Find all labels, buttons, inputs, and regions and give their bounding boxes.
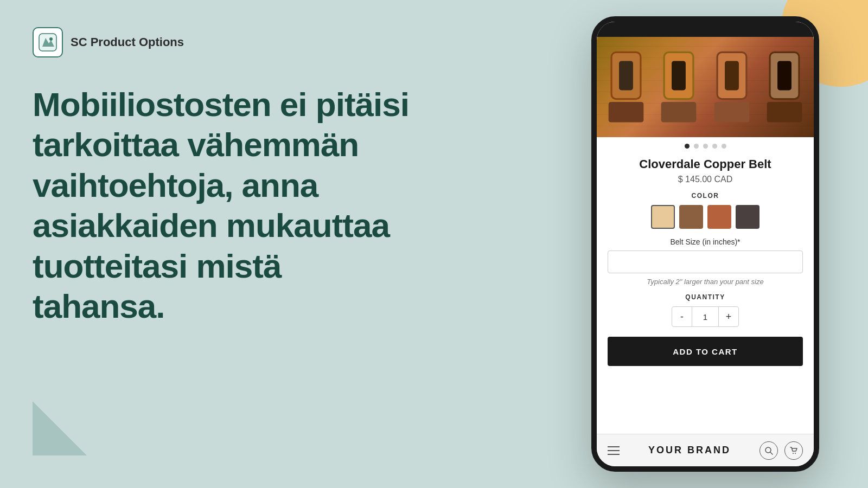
svg-rect-13: [767, 101, 802, 122]
svg-line-15: [770, 452, 773, 454]
quantity-controls: - 1 +: [608, 306, 803, 327]
phone-content: Cloverdale Copper Belt $ 145.00 CAD COLO…: [597, 37, 814, 434]
buckle-3: [713, 49, 750, 125]
buckle-2: [660, 49, 697, 125]
quantity-label: QUANTITY: [608, 293, 803, 301]
belt-size-input[interactable]: [608, 251, 803, 273]
search-icon-button[interactable]: [760, 441, 778, 460]
dot-2[interactable]: [694, 144, 699, 149]
brand-name: YOUR BRAND: [648, 445, 731, 456]
dot-4[interactable]: [712, 144, 717, 149]
svg-rect-6: [672, 61, 686, 90]
carousel-dots: [597, 137, 814, 153]
phone-bottom-bar: YOUR BRAND: [597, 434, 814, 466]
swatch-cream[interactable]: [651, 205, 675, 229]
color-label: COLOR: [608, 192, 803, 200]
svg-rect-9: [725, 61, 739, 90]
notch-cutout: [673, 22, 738, 34]
left-panel: SC Product Options Mobiiliostosten ei pi…: [33, 27, 412, 326]
svg-rect-4: [608, 101, 643, 122]
swatch-copper[interactable]: [707, 205, 731, 229]
dot-5[interactable]: [722, 144, 726, 149]
belt-size-label: Belt Size (in inches)*: [608, 237, 803, 246]
ham-line-1: [608, 446, 620, 447]
buckle-4: [766, 49, 803, 125]
logo-text: SC Product Options: [71, 35, 184, 49]
product-price: $ 145.00 CAD: [608, 175, 803, 184]
phone-frame: Cloverdale Copper Belt $ 145.00 CAD COLO…: [591, 16, 819, 472]
swatch-tan[interactable]: [679, 205, 703, 229]
add-to-cart-button[interactable]: ADD TO CART: [608, 337, 803, 366]
svg-point-17: [795, 453, 796, 454]
hamburger-icon[interactable]: [608, 446, 620, 455]
dot-3[interactable]: [703, 144, 708, 149]
quantity-value: 1: [692, 306, 718, 327]
svg-point-16: [793, 453, 794, 454]
cart-icon-button[interactable]: [784, 441, 803, 460]
quantity-increase-button[interactable]: +: [718, 306, 739, 327]
phone-wrapper: Cloverdale Copper Belt $ 145.00 CAD COLO…: [586, 16, 825, 488]
product-details: Cloverdale Copper Belt $ 145.00 CAD COLO…: [597, 153, 814, 375]
svg-rect-7: [661, 101, 697, 122]
svg-rect-10: [714, 101, 749, 122]
logo-icon: [33, 27, 63, 57]
buckle-1: [608, 49, 644, 125]
svg-rect-3: [619, 61, 633, 90]
swatch-dark[interactable]: [736, 205, 760, 229]
belt-size-hint: Typically 2" larger than your pant size: [608, 278, 803, 286]
svg-point-1: [49, 37, 53, 41]
color-swatches: [608, 205, 803, 229]
belt-buckles-container: [597, 37, 814, 137]
bottom-icons: [760, 441, 803, 460]
product-title: Cloverdale Copper Belt: [608, 157, 803, 171]
quantity-decrease-button[interactable]: -: [672, 306, 692, 327]
headline: Mobiiliostosten ei pitäisi tarkoittaa vä…: [33, 85, 412, 326]
phone-notch: [597, 22, 814, 37]
product-image: [597, 37, 814, 137]
ham-line-2: [608, 450, 620, 451]
dot-1[interactable]: [685, 144, 690, 149]
logo-area: SC Product Options: [33, 27, 412, 57]
decorative-triangle: [33, 401, 87, 455]
svg-rect-12: [777, 61, 792, 90]
ham-line-3: [608, 454, 620, 455]
